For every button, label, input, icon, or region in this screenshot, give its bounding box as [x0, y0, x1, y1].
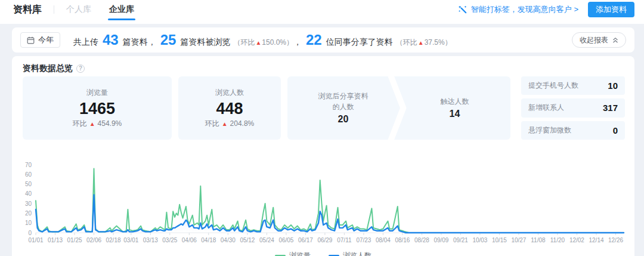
side-stat-value: 10 [608, 81, 618, 91]
page-title: 资料库 [13, 4, 42, 16]
svg-text:03/25: 03/25 [162, 237, 177, 243]
viewed-hb-ratio: （环比▲150.0%） [233, 38, 293, 48]
stat-ratio: 环比▲204.8% [205, 119, 255, 129]
side-stat-label: 新增联系人 [528, 103, 564, 113]
svg-text:30: 30 [25, 201, 32, 207]
panel-title-label: 资料数据总览 [23, 63, 73, 74]
svg-text:50: 50 [25, 181, 32, 187]
stat-cards-row: 浏览量 1465 环比▲454.9% 浏览人数 448 环比▲204.8% 浏览… [23, 76, 625, 140]
svg-text:07/11: 07/11 [337, 237, 352, 243]
side-stat-label: 悬浮窗加微数 [528, 125, 571, 135]
svg-text:08/04: 08/04 [376, 237, 391, 243]
svg-text:03/01: 03/01 [123, 237, 138, 243]
funnel-step-share-after-view: 浏览后分享资料 的人数 20 [287, 76, 399, 140]
svg-text:04/06: 04/06 [182, 237, 197, 243]
svg-text:0: 0 [28, 230, 32, 236]
legend-label: 浏览量 [289, 251, 311, 256]
svg-text:01/01: 01/01 [28, 237, 43, 243]
svg-text:10/15: 10/15 [492, 237, 507, 243]
up-triangle-icon: ▲ [255, 39, 261, 46]
svg-text:09/21: 09/21 [453, 237, 468, 243]
svg-text:06/17: 06/17 [298, 237, 313, 243]
shared-hb-ratio: （环比▲37.5%） [396, 38, 452, 48]
side-stat-new-contacts: 新增联系人 317 [521, 98, 625, 117]
magic-wand-icon [459, 5, 467, 14]
legend-label: 浏览人数 [343, 251, 371, 256]
help-icon[interactable]: ? [76, 64, 85, 73]
svg-text:20: 20 [25, 210, 32, 217]
collapse-report-label: 收起报表 [580, 35, 608, 45]
collapse-report-button[interactable]: 收起报表 [572, 32, 626, 48]
funnel-value: 20 [338, 114, 349, 125]
stat-label: 浏览人数 [215, 88, 244, 98]
svg-text:11/20: 11/20 [550, 237, 565, 243]
calendar-icon [27, 36, 35, 44]
svg-text:02/18: 02/18 [106, 237, 120, 243]
stat-label: 浏览量 [86, 88, 108, 98]
summary-text: 篇资料， [123, 37, 156, 48]
up-triangle-icon: ▲ [89, 121, 95, 127]
chart-legend: 浏览量 浏览人数 [12, 251, 634, 256]
stat-value: 448 [216, 101, 243, 117]
svg-text:10/03: 10/03 [472, 237, 487, 243]
legend-item-page-views[interactable]: 浏览量 [275, 251, 311, 256]
summary-text: ， [293, 37, 302, 48]
header-divider [54, 5, 54, 14]
svg-text:07/23: 07/23 [356, 237, 371, 243]
overview-panel: 资料数据总览 ? 浏览量 1465 环比▲454.9% 浏览人数 448 环比▲… [12, 56, 634, 256]
svg-text:10/27: 10/27 [511, 237, 526, 243]
add-material-button[interactable]: 添加资料 [588, 2, 634, 17]
svg-text:60: 60 [25, 171, 32, 178]
svg-text:03/13: 03/13 [143, 237, 158, 243]
side-stat-phone-submitted: 提交手机号人数 10 [521, 76, 625, 95]
trend-line-chart: 01020304050607001/0101/1301/2502/0602/18… [20, 161, 626, 248]
stat-card-unique-viewers: 浏览人数 448 环比▲204.8% [178, 76, 281, 140]
tab-personal-library[interactable]: 个人库 [66, 4, 91, 15]
summary-text: 位同事分享了资料 [326, 37, 393, 48]
svg-text:12/14: 12/14 [589, 237, 603, 243]
legend-item-unique-viewers[interactable]: 浏览人数 [329, 251, 371, 256]
period-selector[interactable]: 今年 [20, 32, 60, 48]
page-header: 资料库 个人库 企业库 智能打标签，发现高意向客户 > 添加资料 [0, 0, 644, 24]
svg-text:06/29: 06/29 [317, 237, 332, 243]
shared-count: 22 [306, 33, 322, 47]
svg-text:01/13: 01/13 [48, 237, 63, 243]
uploaded-count: 43 [103, 33, 119, 47]
svg-text:11/08: 11/08 [531, 237, 546, 243]
smart-tag-link-label: 智能打标签，发现高意向客户 > [471, 4, 578, 15]
tab-enterprise-library[interactable]: 企业库 [109, 4, 134, 15]
svg-text:04/18: 04/18 [201, 237, 216, 243]
svg-text:12/26: 12/26 [608, 237, 623, 243]
svg-text:04/30: 04/30 [221, 237, 236, 243]
svg-text:70: 70 [25, 162, 32, 168]
side-stat-value: 0 [613, 125, 618, 135]
summary-text: 共上传 [73, 37, 98, 48]
summary-text: 篇资料被浏览 [180, 37, 230, 48]
summary-bar: 今年 共上传 43 篇资料， 25 篇资料被浏览 （环比▲150.0%） ， 2… [12, 27, 634, 53]
svg-text:09/09: 09/09 [434, 237, 448, 243]
svg-text:05/24: 05/24 [259, 237, 274, 243]
funnel-step-reached: 触达人数 14 [399, 76, 510, 140]
stat-ratio: 环比▲454.9% [73, 119, 122, 129]
period-label: 今年 [38, 35, 54, 45]
up-triangle-icon: ▲ [222, 121, 228, 127]
stat-card-page-views: 浏览量 1465 环比▲454.9% [23, 76, 172, 140]
summary-sentence: 共上传 43 篇资料， 25 篇资料被浏览 （环比▲150.0%） ， 22 位… [73, 33, 452, 48]
viewed-count: 25 [160, 33, 177, 47]
panel-title: 资料数据总览 ? [23, 63, 85, 74]
funnel-label: 触达人数 [441, 97, 469, 107]
svg-text:10: 10 [25, 220, 32, 226]
funnel-card: 浏览后分享资料 的人数 20 触达人数 14 [287, 76, 510, 140]
funnel-label: 浏览后分享资料 的人数 [318, 91, 369, 112]
side-stat-value: 317 [603, 103, 618, 113]
svg-text:02/06: 02/06 [86, 237, 101, 243]
smart-tag-link[interactable]: 智能打标签，发现高意向客户 > [459, 4, 578, 15]
funnel-chevron-divider [387, 76, 407, 140]
svg-text:08/16: 08/16 [395, 237, 410, 243]
stat-value: 1465 [79, 101, 115, 117]
svg-text:01/25: 01/25 [67, 237, 82, 243]
side-stats-column: 提交手机号人数 10 新增联系人 317 悬浮窗加微数 0 [521, 76, 625, 140]
side-stat-floating-window-adds: 悬浮窗加微数 0 [521, 121, 625, 140]
svg-text:05/12: 05/12 [240, 237, 255, 243]
svg-text:08/28: 08/28 [414, 237, 429, 243]
